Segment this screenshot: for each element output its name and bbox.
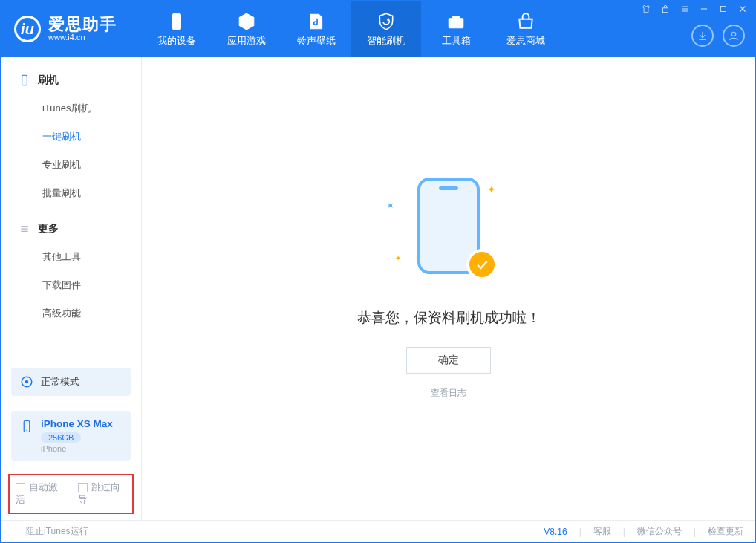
shield-refresh-icon [376,11,397,32]
version-label: V8.16 [544,527,567,537]
tab-smart-flash[interactable]: 智能刷机 [351,1,421,57]
list-icon [19,223,30,235]
bottom-options-highlight: 自动激活 跳过向导 [8,474,134,514]
success-message: 恭喜您，保资料刷机成功啦！ [357,308,541,328]
download-button[interactable] [691,25,714,47]
statusbar-left: 阻止iTunes运行 [13,525,88,538]
sidebar-scroll: 刷机 iTunes刷机 一键刷机 专业刷机 批量刷机 更多 其他工具 下载固件 … [1,57,141,360]
nav-label: 应用游戏 [227,35,266,48]
phone-icon [19,74,30,86]
header-right-actions [691,25,745,47]
logo-area: iu 爱思助手 www.i4.cn [1,1,142,57]
sidebar-item-oneclick-flash[interactable]: 一键刷机 [1,123,141,151]
app-url: www.i4.cn [48,33,117,42]
nav-tabs: 我的设备 应用游戏 铃声壁纸 智能刷机 工具箱 爱思商城 [142,1,561,57]
ok-button[interactable]: 确定 [406,347,491,374]
tab-ringtone-wallpaper[interactable]: 铃声壁纸 [281,1,351,57]
mode-card[interactable]: 正常模式 [11,368,131,396]
section-title: 更多 [38,222,59,235]
device-card[interactable]: iPhone XS Max 256GB iPhone [11,411,131,461]
tab-apps-games[interactable]: 应用游戏 [212,1,281,57]
mode-icon [20,375,33,388]
block-itunes-label: 阻止iTunes运行 [26,526,88,536]
svg-rect-3 [663,8,668,13]
sidebar-item-pro-flash[interactable]: 专业刷机 [1,151,141,179]
menu-icon[interactable] [680,4,690,16]
device-name: iPhone XS Max [41,418,113,429]
store-icon [515,11,536,32]
sidebar-item-itunes-flash[interactable]: iTunes刷机 [1,94,141,123]
success-illustration: ✦ ✦ ✦ [382,178,515,289]
shirt-icon[interactable] [641,4,651,16]
cube-icon [236,11,257,32]
main-content: ✦ ✦ ✦ 恭喜您，保资料刷机成功啦！ 确定 查看日志 [142,57,755,520]
tab-my-device[interactable]: 我的设备 [142,1,212,57]
wechat-link[interactable]: 微信公众号 [637,525,682,538]
sidebar-item-other-tools[interactable]: 其他工具 [1,243,141,271]
phone-icon [20,420,33,433]
logo-text: 爱思助手 www.i4.cn [48,16,117,42]
auto-activate-checkbox[interactable]: 自动激活 [16,481,65,507]
logo-icon: iu [14,16,41,42]
device-type: iPhone [41,444,113,453]
lock-icon[interactable] [660,4,671,16]
maximize-button[interactable] [718,4,729,16]
sidebar-section-more: 更多 [1,219,141,243]
skip-guide-checkbox[interactable]: 跳过向导 [78,481,127,507]
nav-label: 铃声壁纸 [297,35,336,48]
device-storage-badge: 256GB [41,432,81,443]
check-update-link[interactable]: 检查更新 [708,525,743,538]
toolbox-icon [446,11,466,32]
sidebar-item-download-firmware[interactable]: 下载固件 [1,271,141,299]
tab-store[interactable]: 爱思商城 [491,1,561,57]
sidebar-item-advanced[interactable]: 高级功能 [1,299,141,328]
section-title: 刷机 [38,74,59,87]
tab-toolbox[interactable]: 工具箱 [421,1,491,57]
nav-label: 智能刷机 [367,35,405,48]
statusbar-right: V8.16 | 客服 | 微信公众号 | 检查更新 [544,525,743,538]
sidebar: 刷机 iTunes刷机 一键刷机 专业刷机 批量刷机 更多 其他工具 下载固件 … [1,57,142,520]
nav-label: 工具箱 [442,35,471,48]
user-button[interactable] [723,25,745,47]
view-log-link[interactable]: 查看日志 [431,387,466,400]
device-icon [166,11,187,32]
svg-point-8 [25,380,29,384]
svg-rect-0 [173,13,181,30]
svg-rect-6 [22,75,27,85]
music-file-icon [306,11,327,32]
statusbar: 阻止iTunes运行 V8.16 | 客服 | 微信公众号 | 检查更新 [1,520,755,542]
sidebar-section-flash: 刷机 [1,71,141,94]
body: 刷机 iTunes刷机 一键刷机 专业刷机 批量刷机 更多 其他工具 下载固件 … [1,57,755,520]
nav-label: 我的设备 [157,35,196,48]
nav-label: 爱思商城 [506,35,545,48]
header: iu 爱思助手 www.i4.cn 我的设备 应用游戏 铃声壁纸 智能刷机 [1,1,755,57]
check-badge-icon [466,249,498,280]
app-name: 爱思助手 [48,16,117,33]
sidebar-item-batch-flash[interactable]: 批量刷机 [1,179,141,207]
app-window: iu 爱思助手 www.i4.cn 我的设备 应用游戏 铃声壁纸 智能刷机 [0,0,756,543]
minimize-button[interactable] [699,4,709,16]
svg-point-5 [731,32,735,36]
block-itunes-checkbox[interactable]: 阻止iTunes运行 [13,525,88,538]
svg-rect-4 [721,7,726,12]
svg-rect-1 [449,18,463,27]
close-button[interactable] [737,4,748,16]
svg-point-10 [26,430,27,432]
svg-rect-2 [453,16,460,19]
support-link[interactable]: 客服 [593,525,611,538]
window-controls [641,4,748,16]
mode-label: 正常模式 [41,375,79,388]
